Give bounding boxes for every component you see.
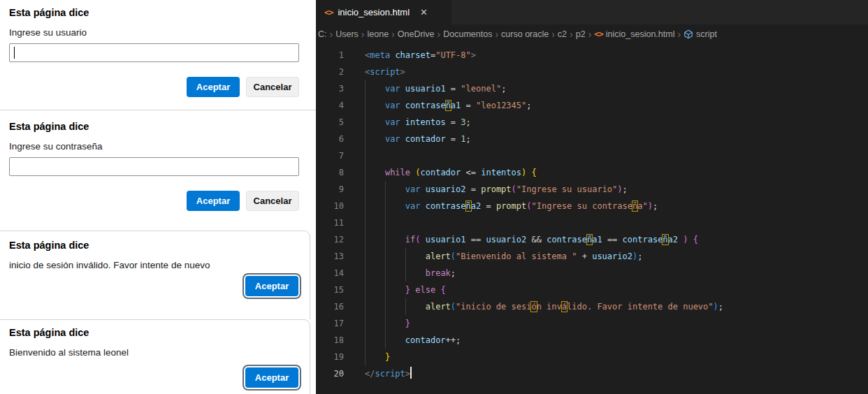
- dialog-message: Bienvenido al sistema leonel: [9, 347, 298, 358]
- indent-guide: [365, 164, 366, 181]
- indent-guide: [365, 265, 366, 282]
- code-line-content: if( usuario1 == usuario2 && contraseña1 …: [365, 231, 698, 248]
- breadcrumb-item-script[interactable]: script: [683, 29, 717, 39]
- indent-guide: [365, 282, 366, 298]
- indent-guide: [385, 282, 386, 298]
- code-line-13: 13 alert("Bienvenido al sistema " + usua…: [316, 248, 868, 265]
- code-line-content: var intentos = 3;: [365, 114, 471, 131]
- prompt-input[interactable]: [9, 157, 299, 176]
- indent-guide: [365, 114, 366, 131]
- code-line-content: } else {: [365, 282, 446, 298]
- breadcrumb-item-p2[interactable]: p2: [576, 29, 586, 39]
- code-line-content: <meta charset="UTF-8">: [365, 47, 476, 64]
- code-line-8: 8 while (contador <= intentos) {: [316, 164, 868, 181]
- code-line-content: }: [365, 349, 390, 365]
- cancelar-button[interactable]: Cancelar: [246, 77, 299, 97]
- line-number: 10: [316, 198, 344, 214]
- line-number: 18: [316, 332, 344, 349]
- breadcrumb-item-c-[interactable]: C:: [318, 29, 327, 39]
- chevron-right-icon: ›: [495, 29, 498, 40]
- code-line-content: var contraseña2 = prompt("Ingrese su con…: [365, 198, 658, 214]
- breadcrumb-item-curso-oracle[interactable]: curso oracle: [501, 29, 549, 39]
- indent-guide: [385, 181, 386, 198]
- code-line-6: 6 var contador = 1;: [316, 131, 868, 147]
- prompt-input-wrap: [9, 43, 299, 62]
- code-line-1: 1<meta charset="UTF-8">: [316, 47, 868, 64]
- line-number: 3: [316, 80, 344, 97]
- dialog-buttons: AceptarCancelar: [9, 77, 299, 97]
- browser-dialog-stack: Esta página diceIngrese su usuarioAcepta…: [0, 0, 316, 394]
- dialog-message: Ingrese su usuario: [9, 27, 299, 38]
- indent-guide: [365, 198, 366, 214]
- code-line-7: 7: [316, 147, 868, 164]
- indent-guide: [385, 214, 386, 231]
- tab-inicio-sesion[interactable]: <> inicio_sesion.html ✕: [316, 0, 451, 24]
- line-number: 16: [316, 298, 344, 315]
- line-number: 2: [316, 64, 344, 80]
- breadcrumb-item-inicio-sesion-html[interactable]: <>inicio_sesion.html: [594, 29, 674, 39]
- browser-dialog-3: Esta página diceinicio de sesión inválid…: [0, 231, 310, 319]
- indent-guide: [365, 147, 366, 164]
- code-line-content: var contador = 1;: [365, 131, 471, 147]
- breadcrumb-item-c2[interactable]: c2: [558, 29, 567, 39]
- html-file-icon: <>: [594, 29, 602, 39]
- indent-guide: [365, 349, 366, 365]
- tab-label: inicio_sesion.html: [338, 7, 410, 17]
- dialog-message: Ingrese su contraseña: [9, 141, 299, 152]
- indent-guide: [365, 181, 366, 198]
- code-editor[interactable]: 1<meta charset="UTF-8">2<script>3 var us…: [316, 43, 868, 394]
- line-number: 13: [316, 248, 344, 265]
- line-number: 5: [316, 114, 344, 131]
- aceptar-button[interactable]: Aceptar: [245, 367, 298, 388]
- code-line-10: 10 var contraseña2 = prompt("Ingrese su …: [316, 198, 868, 214]
- line-number: 11: [316, 214, 344, 231]
- indent-guide: [365, 131, 366, 147]
- dialog-buttons: Aceptar: [9, 367, 298, 388]
- chevron-right-icon: ›: [391, 29, 395, 40]
- code-line-5: 5 var intentos = 3;: [316, 114, 868, 131]
- code-line-12: 12 if( usuario1 == usuario2 && contraseñ…: [316, 231, 868, 248]
- browser-dialog-2: Esta página diceIngrese su contraseñaAce…: [0, 110, 316, 231]
- code-line-16: 16 alert("inicio de sesión inválido. Fav…: [316, 298, 868, 315]
- browser-dialog-1: Esta página diceIngrese su usuarioAcepta…: [0, 0, 316, 110]
- chevron-right-icon: ›: [437, 29, 441, 40]
- code-line-content: var contraseña1 = "leo12345";: [365, 97, 532, 114]
- browser-dialog-4: Esta página diceBienvenido al sistema le…: [0, 319, 310, 394]
- aceptar-button[interactable]: Aceptar: [187, 77, 240, 97]
- indent-guide: [385, 265, 386, 282]
- indent-guide: [365, 97, 366, 114]
- dialog-title: Esta página dice: [9, 327, 298, 338]
- breadcrumb: C:›Users›leone›OneDrive›Documentos›curso…: [316, 24, 868, 43]
- aceptar-button[interactable]: Aceptar: [187, 191, 240, 211]
- line-number: 20: [316, 365, 344, 382]
- line-number: 14: [316, 265, 344, 282]
- indent-guide: [365, 298, 366, 315]
- code-line-3: 3 var usuario1 = "leonel";: [316, 80, 868, 97]
- breadcrumb-item-leone[interactable]: leone: [368, 29, 389, 39]
- indent-guide: [365, 214, 366, 231]
- code-line-content: alert("inicio de sesión inválido. Favor …: [365, 298, 723, 315]
- indent-guide: [385, 315, 386, 332]
- indent-guide: [365, 248, 366, 265]
- breadcrumb-item-onedrive[interactable]: OneDrive: [398, 29, 435, 39]
- line-number: 17: [316, 315, 344, 332]
- cancelar-button[interactable]: Cancelar: [246, 191, 299, 211]
- dialog-buttons: Aceptar: [9, 276, 298, 296]
- chevron-right-icon: ›: [677, 29, 681, 40]
- prompt-input[interactable]: [9, 43, 299, 62]
- line-number: 4: [316, 97, 344, 114]
- breadcrumb-item-users[interactable]: Users: [335, 29, 359, 39]
- aceptar-button[interactable]: Aceptar: [245, 276, 298, 296]
- chevron-right-icon: ›: [361, 29, 365, 40]
- indent-guide: [385, 231, 386, 248]
- indent-guide: [385, 198, 386, 214]
- close-tab-icon[interactable]: ✕: [420, 7, 428, 17]
- indent-guide: [365, 80, 366, 97]
- indent-guide: [365, 231, 366, 248]
- vscode-window: <> inicio_sesion.html ✕ C:›Users›leone›O…: [316, 0, 868, 394]
- code-line-11: 11: [316, 214, 868, 231]
- indent-guide: [385, 298, 386, 315]
- breadcrumb-item-documentos[interactable]: Documentos: [443, 29, 492, 39]
- line-number: 1: [316, 47, 344, 64]
- code-line-content: var usuario1 = "leonel";: [365, 80, 506, 97]
